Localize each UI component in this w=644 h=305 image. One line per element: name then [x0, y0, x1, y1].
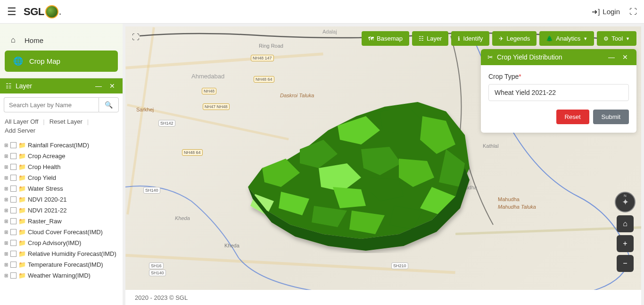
map-tool-label: Tool — [611, 35, 623, 42]
expand-icon[interactable]: ⊞ — [4, 229, 8, 235]
zoom-in-button[interactable]: + — [617, 235, 634, 252]
fullscreen-icon[interactable]: ⛶ — [629, 8, 637, 16]
layer-tree-item[interactable]: ⊞📁Temperature Forecast(IMD) — [4, 259, 119, 270]
analytics-button[interactable]: 🌲Analytics▼ — [539, 31, 594, 46]
layer-button[interactable]: ☷Layer — [412, 31, 449, 46]
home-icon: ⌂ — [8, 35, 18, 45]
yield-panel-title: Crop Yield Distribution — [497, 53, 603, 61]
nav-item-home[interactable]: ⌂Home — [0, 30, 123, 51]
plus-icon: + — [623, 239, 627, 248]
expand-icon[interactable]: ⊞ — [4, 197, 8, 202]
sidebar: ⌂Home🌐Crop Map ☷ Layer — ✕ 🔍 All Layer O… — [0, 24, 123, 305]
expand-icon[interactable]: ⊞ — [4, 240, 8, 246]
expand-icon[interactable]: ⊞ — [4, 251, 8, 256]
layer-panel-title: Layer — [16, 82, 90, 90]
layer-tree-label: Crop Health — [28, 163, 60, 170]
layer-search-input[interactable] — [4, 97, 99, 112]
logo[interactable]: SGL . — [24, 5, 61, 18]
layer-tree-item[interactable]: ⊞📁Raster_Raw — [4, 216, 119, 227]
checkbox[interactable] — [10, 262, 17, 268]
reset-layer-action[interactable]: Reset Layer — [50, 118, 83, 125]
expand-icon[interactable]: ⊞ — [4, 208, 8, 213]
checkbox[interactable] — [10, 229, 17, 235]
close-icon[interactable]: ✕ — [620, 53, 630, 61]
minimize-icon[interactable]: — — [93, 82, 104, 90]
close-icon[interactable]: ✕ — [107, 82, 117, 90]
layer-tree-item[interactable]: ⊞📁Water Stress — [4, 183, 119, 194]
expand-icon[interactable]: ⊞ — [4, 186, 8, 191]
layer-tree-item[interactable]: ⊞📁Crop Advisory(IMD) — [4, 237, 119, 248]
checkbox[interactable] — [10, 207, 17, 213]
checkbox[interactable] — [10, 251, 17, 257]
checkbox[interactable] — [10, 196, 17, 203]
layer-tree-item[interactable]: ⊞📁NDVI 2020-21 — [4, 194, 119, 205]
footer-text: 2020 - 2023 © SGL — [135, 294, 188, 301]
chevron-down-icon: ▼ — [626, 36, 630, 41]
chevron-down-icon: ▼ — [583, 36, 587, 41]
crop-type-select[interactable]: Wheat Yield 2021-22 — [488, 84, 629, 101]
basemap-button[interactable]: 🗺Basemap — [362, 31, 409, 46]
expand-icon[interactable]: ⊞ — [4, 175, 8, 180]
topbar: ☰ SGL . ➜] Login ⛶ — [0, 0, 644, 24]
crop-icon: ✂ — [487, 53, 493, 61]
layer-tree-label: Water Stress — [28, 185, 63, 192]
layer-tree-item[interactable]: ⊞📁Crop Yield — [4, 172, 119, 183]
layer-tree-item[interactable]: ⊞📁NDVI 2021-22 — [4, 205, 119, 216]
submit-button[interactable]: Submit — [593, 110, 629, 124]
checkbox[interactable] — [10, 218, 17, 224]
layer-search-button[interactable]: 🔍 — [99, 97, 119, 112]
folder-icon: 📁 — [18, 272, 26, 279]
legends-button[interactable]: ✈Legends — [492, 31, 537, 46]
folder-icon: 📁 — [18, 142, 26, 149]
layer-panel-header: ☷ Layer — ✕ — [0, 78, 123, 93]
identify-button[interactable]: ℹIdentify — [451, 31, 489, 46]
map-toolbar: 🗺Basemap☷LayerℹIdentify✈Legends🌲Analytic… — [362, 31, 636, 46]
layer-tree-label: Relative Humidity Forecast(IMD) — [28, 250, 116, 257]
checkbox[interactable] — [10, 142, 17, 148]
checkbox[interactable] — [10, 240, 17, 246]
layer-tree-item[interactable]: ⊞📁Relative Humidity Forecast(IMD) — [4, 248, 119, 259]
all-layer-off-action[interactable]: All Layer Off — [5, 118, 38, 125]
zoom-out-button[interactable]: − — [617, 255, 634, 272]
expand-icon[interactable]: ⊞ — [4, 164, 8, 169]
checkbox[interactable] — [10, 175, 17, 181]
minimize-icon[interactable]: — — [606, 53, 617, 61]
checkbox[interactable] — [10, 164, 17, 170]
login-icon: ➜] — [592, 8, 600, 16]
folder-icon: 📁 — [18, 261, 26, 268]
map-nav-controls: N ✦ ⌂ + − — [615, 192, 636, 272]
add-server-action[interactable]: Add Server — [5, 127, 35, 134]
expand-icon[interactable]: ⊞ — [4, 273, 8, 278]
checkbox[interactable] — [10, 186, 17, 192]
folder-icon: 📁 — [18, 185, 26, 192]
reset-button[interactable]: Reset — [556, 110, 589, 124]
layer-tree-item[interactable]: ⊞📁Crop Health — [4, 161, 119, 172]
home-button[interactable]: ⌂ — [617, 215, 634, 232]
layer-tree-item[interactable]: ⊞📁Crop Acreage — [4, 151, 119, 161]
layer-tree-item[interactable]: ⊞📁Weather Warning(IMD) — [4, 270, 119, 281]
map-area[interactable]: Ahmedabad Kheda Kheda Mahudha Mahudha Ta… — [125, 26, 641, 305]
layer-tree[interactable]: ⊞📁Rainfall Forecast(IMD)⊞📁Crop Acreage⊞📁… — [0, 138, 123, 305]
map-tool-label: Basemap — [377, 35, 403, 42]
logo-text: SGL — [24, 6, 44, 18]
hamburger-icon[interactable]: ☰ — [7, 6, 17, 18]
folder-icon: 📁 — [18, 229, 26, 236]
map-expand-icon[interactable]: ⛶ — [132, 33, 140, 42]
expand-icon[interactable]: ⊞ — [4, 143, 8, 148]
tool-button[interactable]: ⚙Tool▼ — [597, 31, 636, 46]
compass-button[interactable]: N ✦ — [615, 192, 636, 212]
layer-tree-label: NDVI 2021-22 — [28, 207, 66, 214]
nav-item-crop-map[interactable]: 🌐Crop Map — [5, 51, 118, 72]
expand-icon[interactable]: ⊞ — [4, 219, 8, 224]
checkbox[interactable] — [10, 153, 17, 159]
expand-icon[interactable]: ⊞ — [4, 153, 8, 159]
layer-tree-item[interactable]: ⊞📁Rainfall Forecast(IMD) — [4, 140, 119, 151]
map-label-adalaj: Adalaj — [322, 29, 337, 34]
expand-icon[interactable]: ⊞ — [4, 262, 8, 267]
layer-tree-label: Weather Warning(IMD) — [28, 272, 91, 279]
layer-tree-label: Crop Yield — [28, 174, 56, 181]
layer-tree-item[interactable]: ⊞📁Cloud Cover Forecast(IMD) — [4, 227, 119, 237]
checkbox[interactable] — [10, 272, 17, 279]
login-button[interactable]: ➜] Login — [592, 8, 620, 16]
folder-icon: 📁 — [18, 163, 26, 170]
